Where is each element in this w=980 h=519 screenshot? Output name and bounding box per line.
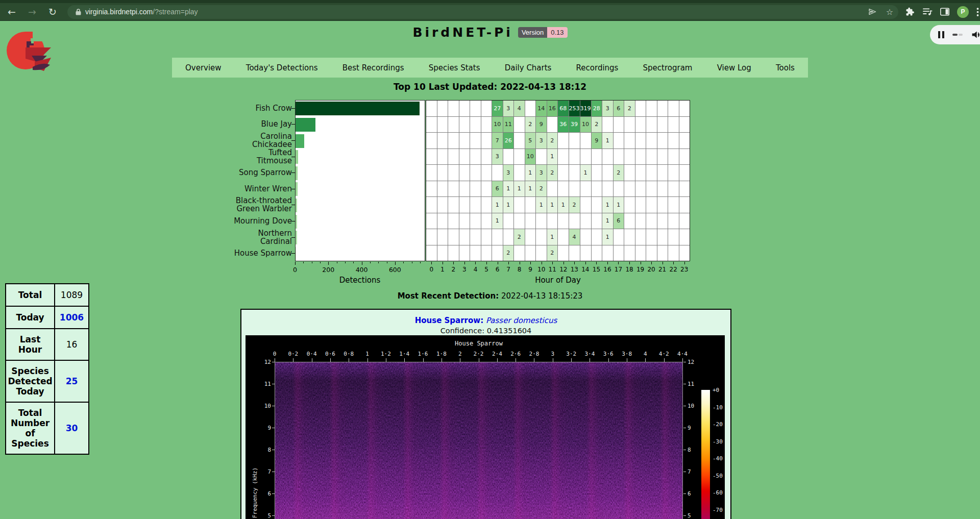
stats-row-total-number-of-species: Total Number of Species30 bbox=[6, 403, 88, 454]
heatmap-cell bbox=[426, 117, 437, 133]
heatmap-cell: 1 bbox=[547, 197, 558, 213]
heatmap-cell bbox=[558, 165, 569, 181]
media-queue-icon[interactable] bbox=[922, 8, 933, 16]
stats-row-species-detected-today: Species Detected Today25 bbox=[6, 361, 88, 403]
back-button[interactable]: ← bbox=[3, 5, 20, 19]
volume-icon[interactable] bbox=[971, 30, 980, 39]
species-bar-house-sparrow bbox=[296, 247, 296, 261]
hour-axis-tick bbox=[530, 262, 531, 264]
heatmap-cell bbox=[580, 133, 591, 149]
hour-axis-tick bbox=[431, 262, 432, 264]
seek-dash[interactable] bbox=[952, 34, 963, 36]
time-axis-tick bbox=[645, 358, 646, 362]
nav-item-daily-charts[interactable]: Daily Charts bbox=[505, 63, 552, 72]
nav-menu: OverviewToday's DetectionsBest Recording… bbox=[172, 58, 808, 78]
time-axis-tick bbox=[571, 358, 572, 362]
heatmap-cell bbox=[437, 245, 448, 261]
heatmap-cell bbox=[426, 101, 437, 116]
send-icon[interactable] bbox=[868, 8, 877, 16]
species-name-link[interactable]: House Sparrow: bbox=[415, 316, 483, 325]
heatmap-cell bbox=[470, 133, 481, 149]
stats-label: Total Number of Species bbox=[6, 403, 55, 454]
bar-axis-major-tick bbox=[295, 262, 296, 265]
time-axis-tick-label: 0·2 bbox=[285, 351, 301, 357]
nav-item-view-log[interactable]: View Log bbox=[717, 63, 751, 72]
time-axis-tick-label: 4 bbox=[638, 351, 653, 357]
stats-label: Species Detected Today bbox=[6, 361, 55, 402]
heatmap-cell bbox=[547, 117, 558, 133]
time-axis-tick-label: 3·8 bbox=[619, 351, 634, 357]
heatmap-cell bbox=[426, 229, 437, 245]
hour-axis-tick bbox=[574, 262, 575, 264]
hour-axis-tick-label: 23 bbox=[680, 266, 689, 273]
nav-item-today-s-detections[interactable]: Today's Detections bbox=[246, 63, 318, 72]
heatmap-cell bbox=[624, 133, 635, 149]
time-axis-tick bbox=[497, 358, 498, 362]
heatmap-cell bbox=[448, 133, 459, 149]
heatmap-cell bbox=[657, 197, 668, 213]
audio-player bbox=[930, 25, 980, 44]
nav-item-overview[interactable]: Overview bbox=[185, 63, 222, 72]
profile-avatar[interactable]: P bbox=[957, 6, 969, 18]
bookmark-star-icon[interactable]: ☆ bbox=[886, 7, 893, 17]
hour-axis-tick-label: 10 bbox=[537, 266, 546, 273]
reload-button[interactable]: ↻ bbox=[44, 5, 61, 19]
heatmap-cell bbox=[437, 149, 448, 165]
hour-axis-tick bbox=[663, 262, 663, 264]
heatmap-cell bbox=[470, 213, 481, 229]
heatmap-cell bbox=[679, 101, 690, 116]
time-axis-tick-label: 0·4 bbox=[304, 351, 320, 357]
heatmap-cell bbox=[614, 181, 624, 197]
hour-axis-tick bbox=[453, 262, 454, 264]
heatmap-cell: 1 bbox=[614, 197, 624, 213]
time-axis-tick bbox=[516, 358, 516, 362]
heatmap-cell: 1 bbox=[503, 181, 514, 197]
address-bar[interactable]: virginia.birdnetpi.com/?stream=play ☆ bbox=[67, 5, 898, 19]
heatmap-cell: 1 bbox=[602, 133, 613, 149]
heatmap-cell bbox=[448, 213, 459, 229]
heatmap-cell bbox=[580, 197, 591, 213]
heatmap-cell bbox=[437, 165, 448, 181]
hour-axis-tick bbox=[607, 262, 608, 264]
pause-button[interactable] bbox=[938, 31, 944, 38]
time-axis-tick bbox=[442, 358, 442, 362]
heatmap-cell bbox=[679, 213, 690, 229]
extensions-icon[interactable] bbox=[905, 7, 915, 16]
scientific-name[interactable]: Passer domesticus bbox=[486, 316, 557, 325]
heatmap-cell: 253 bbox=[569, 101, 580, 116]
url-text[interactable]: virginia.birdnetpi.com/?stream=play bbox=[85, 8, 198, 16]
nav-item-best-recordings[interactable]: Best Recordings bbox=[342, 63, 404, 72]
heatmap-cell bbox=[448, 181, 459, 197]
stats-value-today[interactable]: 1006 bbox=[55, 307, 88, 328]
heatmap-cell bbox=[657, 245, 668, 261]
stats-value-species-detected-today[interactable]: 25 bbox=[55, 361, 88, 402]
forward-button[interactable]: → bbox=[23, 5, 41, 19]
heatmap-cell bbox=[437, 117, 448, 133]
heatmap-cell bbox=[592, 213, 602, 229]
time-axis-tick-label: 4·2 bbox=[656, 351, 672, 357]
heatmap-cell bbox=[635, 229, 646, 245]
heatmap-cell bbox=[635, 165, 646, 181]
heatmap-cell: 1 bbox=[492, 213, 503, 229]
heatmap-cell bbox=[668, 117, 679, 133]
freq-axis-tick-label-right: 10 bbox=[688, 403, 694, 409]
heatmap-cell bbox=[536, 245, 547, 261]
stats-value-total-number-of-species[interactable]: 30 bbox=[55, 403, 88, 454]
nav-item-species-stats[interactable]: Species Stats bbox=[429, 63, 480, 72]
side-panel-icon[interactable] bbox=[940, 8, 949, 16]
heatmap-cell bbox=[481, 117, 492, 133]
heatmap-cell bbox=[558, 229, 569, 245]
heatmap-cell: 36 bbox=[558, 117, 569, 133]
time-axis-tick-label: 1·4 bbox=[397, 351, 412, 357]
nav-item-spectrogram[interactable]: Spectrogram bbox=[643, 63, 693, 72]
heatmap-cell bbox=[668, 229, 679, 245]
freq-axis-tick-left bbox=[272, 362, 275, 362]
heatmap-cell bbox=[459, 133, 470, 149]
browser-menu-icon[interactable] bbox=[976, 8, 979, 16]
nav-item-recordings[interactable]: Recordings bbox=[576, 63, 619, 72]
heatmap-cell: 2 bbox=[536, 181, 547, 197]
hour-axis-tick-label: 11 bbox=[548, 266, 557, 273]
heatmap-cell: 6 bbox=[614, 213, 624, 229]
nav-item-tools[interactable]: Tools bbox=[776, 63, 795, 72]
species-bar-song-sparrow bbox=[296, 166, 298, 180]
